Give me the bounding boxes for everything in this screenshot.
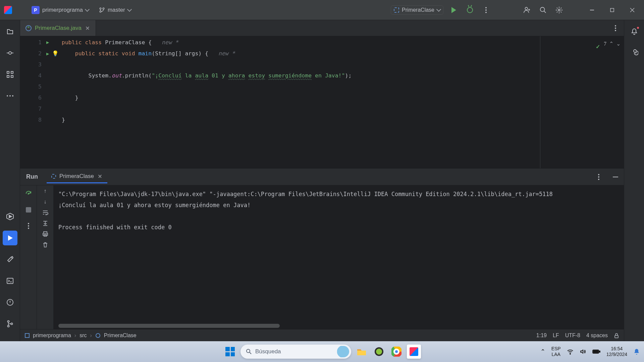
windows-taskbar: Búsqueda ⌃ ESP LAA 16:54 12/9/2024 (0, 341, 644, 362)
git-icon (6, 320, 14, 327)
build-tool-button[interactable] (3, 252, 17, 267)
problems-tool-button[interactable] (3, 295, 17, 310)
code-text: System. (88, 72, 112, 79)
vertical-dots-icon (485, 7, 487, 13)
minimize-icon (613, 177, 618, 177)
chevron-up-icon[interactable]: ⌃ (609, 38, 613, 49)
main-menu-button[interactable] (17, 6, 24, 14)
svg-point-35 (376, 349, 382, 355)
git-tool-button[interactable] (3, 316, 17, 331)
breadcrumb[interactable]: primerprograma › src › PrimeraClase (25, 333, 137, 339)
taskbar-search[interactable]: Búsqueda (240, 345, 351, 359)
run-button[interactable] (448, 4, 460, 16)
language-indicator[interactable]: ESP LAA (551, 346, 561, 357)
battery-icon[interactable] (592, 349, 600, 354)
line-number: 4 (20, 70, 42, 81)
code-text: { (145, 39, 152, 46)
typo-word: estoy (248, 72, 265, 79)
chrome-button[interactable] (389, 345, 404, 359)
taskbar-app-1[interactable] (372, 345, 386, 359)
close-tab-button[interactable] (85, 25, 90, 31)
more-actions-button[interactable] (480, 4, 492, 16)
terminal-tool-button[interactable] (3, 274, 17, 288)
window-maximize-button[interactable] (604, 0, 620, 20)
code-text: .println( (122, 72, 152, 79)
window-minimize-button[interactable] (584, 0, 600, 20)
rerun-button[interactable] (23, 188, 34, 199)
notification-bell-icon[interactable] (633, 348, 640, 355)
cursor-position[interactable]: 1:19 (536, 333, 547, 339)
project-tool-button[interactable] (3, 24, 17, 39)
inspections-widget[interactable]: 7 ⌃ ⌄ (540, 36, 624, 51)
run-config-selector[interactable]: PrimeraClase (391, 5, 443, 15)
project-selector[interactable]: P primerprograma (29, 4, 92, 16)
string-literal: la (182, 72, 195, 79)
run-options-button[interactable] (593, 171, 604, 183)
notifications-button[interactable] (627, 24, 642, 39)
window-close-button[interactable] (625, 0, 640, 20)
structure-tool-button[interactable] (3, 67, 17, 82)
horizontal-scrollbar[interactable] (58, 324, 280, 328)
scroll-to-end-button[interactable] (42, 220, 48, 226)
intellij-taskbar-button[interactable] (407, 345, 421, 359)
code-area[interactable]: public class PrimeraClase { new * public… (62, 36, 624, 168)
search-icon (539, 6, 547, 14)
git-branch-selector[interactable]: master (96, 5, 134, 15)
warning-icon (6, 299, 14, 306)
console-output[interactable]: "C:\Program Files\Java\jdk-17\bin\java.e… (54, 185, 624, 329)
left-tool-strip (0, 20, 20, 341)
run-line-marker[interactable]: ▶ (46, 37, 62, 48)
search-placeholder: Búsqueda (255, 348, 281, 355)
search-everywhere-button[interactable] (537, 4, 549, 16)
editor-tab[interactable]: PrimeraClase.java (20, 20, 96, 36)
start-button[interactable] (223, 345, 237, 359)
run-more-button[interactable] (23, 220, 34, 232)
run-line-marker[interactable]: ▶ 💡 (46, 48, 62, 59)
scroll-down-button[interactable]: ↓ (44, 199, 47, 205)
bulb-icon[interactable]: 💡 (52, 50, 59, 57)
file-encoding[interactable]: UTF-8 (565, 333, 580, 339)
commit-tool-button[interactable] (3, 46, 17, 60)
run-tab[interactable]: PrimeraClase (47, 170, 107, 183)
right-tool-strip (624, 20, 644, 341)
editor-tab-options-button[interactable] (610, 22, 621, 34)
indent-setting[interactable]: 4 spaces (586, 333, 608, 339)
code-text: ); (345, 72, 352, 79)
chevron-down-icon (436, 7, 441, 11)
more-tools-button[interactable] (3, 88, 17, 103)
editor-tabs: PrimeraClase.java (20, 20, 624, 36)
file-explorer-button[interactable] (355, 345, 369, 359)
crumb-item: primerprograma (33, 333, 71, 339)
svg-point-0 (100, 8, 101, 9)
hide-run-button[interactable] (610, 171, 621, 183)
volume-icon[interactable] (580, 348, 586, 355)
svg-rect-11 (7, 75, 9, 77)
debug-button[interactable] (464, 4, 476, 16)
console-line: "C:\Program Files\Java\jdk-17\bin\java.e… (58, 191, 553, 197)
tray-expand-button[interactable]: ⌃ (540, 348, 545, 355)
chevron-down-icon[interactable]: ⌄ (616, 38, 621, 49)
run-tool-button[interactable] (3, 231, 17, 245)
wifi-icon[interactable] (567, 348, 574, 355)
field-ref: out (112, 72, 122, 79)
settings-button[interactable] (553, 4, 565, 16)
code-editor[interactable]: 1 2 3 4 5 6 7 8 ▶ ▶ 💡 public class Prime… (20, 36, 624, 168)
lock-icon[interactable] (614, 333, 619, 338)
clock[interactable]: 16:54 12/9/2024 (606, 346, 627, 357)
clear-button[interactable] (42, 242, 48, 248)
scroll-up-button[interactable]: ↑ (44, 188, 47, 194)
stop-button[interactable] (23, 204, 34, 216)
svg-point-21 (7, 321, 9, 322)
code-with-me-button[interactable] (521, 4, 533, 16)
close-run-tab[interactable] (97, 174, 103, 179)
line-separator[interactable]: LF (553, 333, 559, 339)
class-name: PrimeraClase (105, 39, 145, 46)
svg-point-1 (100, 11, 101, 12)
line-number: 6 (20, 92, 42, 103)
services-tool-button[interactable] (3, 209, 17, 224)
print-button[interactable] (42, 231, 48, 237)
ai-assistant-button[interactable] (627, 46, 642, 60)
svg-rect-44 (599, 351, 600, 352)
soft-wrap-button[interactable] (42, 209, 48, 216)
crumb-item: PrimeraClase (104, 333, 137, 339)
